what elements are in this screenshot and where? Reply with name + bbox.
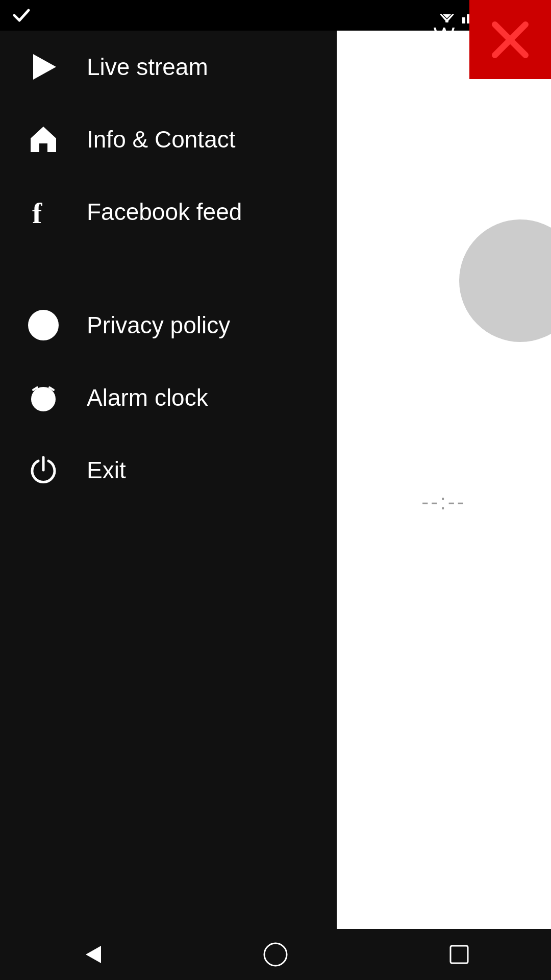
alarm-label: Alarm clock <box>87 384 208 411</box>
info-contact-label: Info & Contact <box>87 126 236 153</box>
menu-item-privacy[interactable]: ? Privacy policy <box>0 289 337 361</box>
menu-item-facebook[interactable]: f Facebook feed <box>0 176 337 248</box>
svg-rect-26 <box>450 946 468 963</box>
home-nav-icon <box>262 941 290 969</box>
close-button[interactable] <box>469 0 551 79</box>
menu-item-exit[interactable]: Exit <box>0 434 337 506</box>
svg-point-25 <box>264 943 287 966</box>
privacy-label: Privacy policy <box>87 311 230 339</box>
live-stream-label: Live stream <box>87 53 208 81</box>
exit-label: Exit <box>87 456 126 484</box>
question-icon: ? <box>26 307 61 343</box>
back-icon <box>78 941 106 969</box>
recents-icon <box>446 942 472 967</box>
app-logo-area <box>10 4 33 27</box>
menu-item-live-stream[interactable]: Live stream <box>0 31 337 103</box>
play-icon <box>26 49 61 85</box>
menu-item-info-contact[interactable]: Info & Contact <box>0 103 337 176</box>
app-logo-icon <box>10 4 33 27</box>
menu-divider <box>0 248 337 289</box>
alarm-clock-icon <box>26 380 61 415</box>
svg-marker-14 <box>31 127 56 152</box>
close-x-icon <box>487 17 533 63</box>
circle-graphic <box>459 219 551 342</box>
power-icon <box>26 452 61 488</box>
wifi-icon <box>438 8 456 22</box>
time-display: --:-- <box>337 490 551 514</box>
menu-item-alarm[interactable]: Alarm clock <box>0 361 337 434</box>
right-panel: --:-- <box>337 0 551 980</box>
back-button[interactable] <box>66 937 117 972</box>
facebook-label: Facebook feed <box>87 198 242 226</box>
svg-text:?: ? <box>39 314 51 335</box>
home-icon <box>26 121 61 157</box>
facebook-icon: f <box>26 194 61 230</box>
svg-marker-24 <box>86 946 101 963</box>
status-bar: 7:42 <box>0 0 551 31</box>
navigation-bar <box>0 929 551 980</box>
drawer-menu: Live stream Info & Contact f Facebook fe… <box>0 31 337 980</box>
recents-button[interactable] <box>434 937 485 972</box>
home-nav-button[interactable] <box>250 937 301 972</box>
we-text: We <box>434 23 467 48</box>
svg-marker-13 <box>33 54 56 80</box>
svg-text:f: f <box>32 197 42 227</box>
